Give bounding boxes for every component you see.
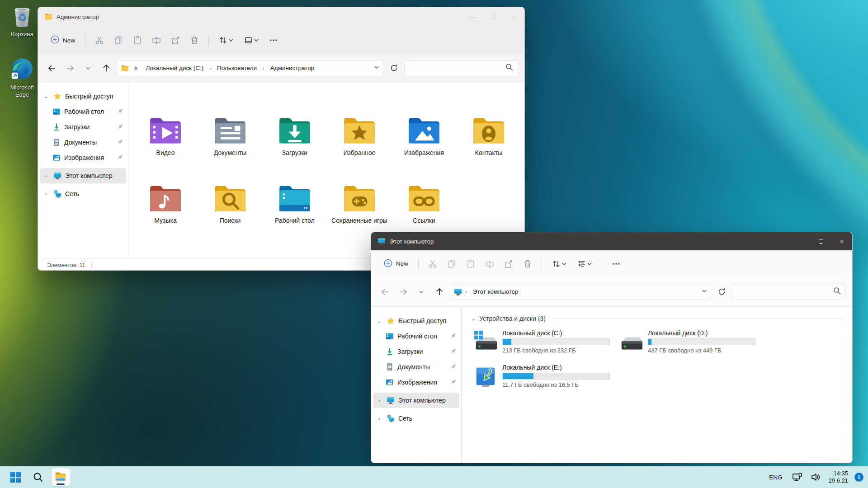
search-button[interactable]	[28, 467, 48, 487]
new-button[interactable]: New	[46, 33, 80, 48]
chevron-down-icon[interactable]: ⌄	[376, 318, 383, 324]
drive-free-space: 437 ГБ свободно из 449 ГБ	[648, 347, 755, 354]
running-app-indicator	[57, 483, 65, 485]
breadcrumb-overflow[interactable]: «	[132, 63, 141, 73]
sidebar-item-this-pc[interactable]: ›Этот компьютер	[373, 393, 459, 408]
rename-button[interactable]	[481, 256, 498, 272]
file-item[interactable]: Рабочий стол	[265, 179, 325, 247]
up-button[interactable]	[99, 61, 114, 75]
breadcrumb[interactable]: ›Этот компьютер	[450, 284, 711, 300]
file-item[interactable]: Избранное	[330, 111, 389, 179]
chevron-right-icon[interactable]: ›	[376, 398, 383, 403]
maximize-button[interactable]	[483, 7, 504, 26]
minimize-button[interactable]: —	[790, 232, 811, 250]
desktop-icon-edge[interactable]: Microsoft Edge	[3, 57, 42, 99]
file-item[interactable]: Изображения	[394, 111, 454, 179]
sidebar-item-desktop[interactable]: Рабочий стол	[373, 328, 459, 344]
view-button[interactable]	[573, 256, 596, 272]
clock-time: 14:35	[829, 470, 848, 477]
paste-button[interactable]	[462, 256, 479, 272]
search-input[interactable]	[409, 64, 505, 72]
breadcrumb-item[interactable]: Администратор	[268, 63, 317, 73]
new-button[interactable]: New	[379, 256, 413, 272]
file-item[interactable]: Музыка	[136, 179, 195, 247]
copy-button[interactable]	[443, 256, 460, 272]
forward-button[interactable]	[396, 285, 411, 299]
sidebar-item-network[interactable]: ›Сеть	[40, 186, 126, 202]
chevron-right-icon[interactable]: ›	[42, 173, 50, 178]
more-options-button[interactable]	[265, 33, 282, 48]
breadcrumb-item[interactable]: Локальный диск (C:)	[143, 63, 207, 73]
file-item[interactable]: Контакты	[459, 111, 519, 179]
sidebar-item-quick-access[interactable]: ⌄Быстрый доступ	[373, 313, 459, 328]
chevron-down-icon[interactable]: ⌄	[42, 94, 50, 99]
refresh-button[interactable]	[714, 285, 729, 299]
minimize-button[interactable]: —	[462, 7, 483, 26]
volume-icon[interactable]	[809, 470, 822, 484]
desktop-icon-recycle-bin[interactable]: ♻ Корзина	[3, 4, 42, 38]
address-dropdown-icon[interactable]	[374, 65, 379, 71]
forward-button[interactable]	[62, 61, 78, 75]
share-button[interactable]	[167, 33, 184, 48]
address-dropdown-icon[interactable]	[702, 288, 707, 295]
file-explorer-taskbar-button[interactable]	[51, 467, 71, 487]
more-options-button[interactable]	[608, 256, 625, 272]
maximize-button[interactable]	[811, 232, 831, 250]
sidebar-item-pictures[interactable]: Изображения	[40, 150, 126, 165]
close-button[interactable]: ×	[831, 232, 852, 250]
drive-item[interactable]: Локальный диск (D:)437 ГБ свободно из 44…	[617, 328, 763, 357]
network-icon[interactable]	[791, 470, 804, 484]
explorer-window-administrator: Администратор — × New	[38, 7, 525, 271]
window1-titlebar[interactable]: Администратор — ×	[38, 7, 524, 26]
cut-button[interactable]	[91, 33, 108, 48]
view-button[interactable]	[240, 33, 263, 48]
recent-locations-button[interactable]	[80, 61, 96, 75]
sidebar-item-network[interactable]: ›Сеть	[373, 411, 459, 426]
sidebar-item-documents[interactable]: Документы	[373, 359, 459, 375]
sort-button[interactable]	[547, 256, 571, 272]
window2-titlebar[interactable]: Этот компьютер — ×	[371, 232, 852, 250]
search-input[interactable]	[737, 288, 833, 296]
sidebar-item-downloads[interactable]: Загрузки	[373, 344, 459, 359]
breadcrumb[interactable]: «Локальный диск (C:)›Пользователи›Админи…	[117, 60, 383, 76]
sidebar-item-pictures[interactable]: Изображения	[373, 375, 459, 390]
desktop-folder-icon	[277, 179, 313, 215]
clock[interactable]: 14:35 29.6.21	[827, 470, 850, 484]
sidebar-item-documents[interactable]: Документы	[40, 135, 126, 150]
back-button[interactable]	[377, 285, 393, 299]
up-button[interactable]	[432, 285, 447, 299]
file-item-label: Избранное	[330, 149, 389, 157]
start-button[interactable]	[5, 467, 25, 487]
file-item-label: Сохраненные игры	[330, 216, 389, 225]
chevron-right-icon[interactable]: ›	[42, 191, 50, 197]
close-button[interactable]: ×	[504, 7, 524, 26]
back-button[interactable]	[44, 61, 60, 75]
notification-badge[interactable]: 1	[854, 473, 863, 482]
sidebar-item-quick-access[interactable]: ⌄Быстрый доступ	[40, 89, 126, 104]
file-item[interactable]: Документы	[200, 111, 260, 179]
rename-button[interactable]	[148, 33, 165, 48]
chevron-right-icon[interactable]: ›	[376, 416, 383, 421]
language-indicator[interactable]: ENG	[765, 472, 786, 483]
drive-item[interactable]: Локальный диск (E:)11,7 ГБ свободно из 1…	[472, 362, 617, 392]
drive-item[interactable]: Локальный диск (C:)213 ГБ свободно из 23…	[472, 328, 617, 357]
refresh-button[interactable]	[386, 61, 401, 75]
breadcrumb-item[interactable]: Пользователи	[214, 63, 259, 73]
cut-button[interactable]	[424, 256, 441, 272]
toolbar-separator	[602, 258, 602, 270]
breadcrumb-item[interactable]: Этот компьютер	[470, 287, 521, 296]
file-item[interactable]: Загрузки	[265, 111, 325, 179]
recent-locations-button[interactable]	[414, 285, 429, 299]
delete-button[interactable]	[186, 33, 203, 48]
file-item[interactable]: Видео	[136, 111, 195, 179]
sidebar-item-downloads[interactable]: Загрузки	[40, 119, 126, 135]
drives-group-header[interactable]: ⌄ Устройства и диски (3)	[472, 315, 844, 322]
sidebar-item-this-pc[interactable]: ›Этот компьютер	[40, 168, 126, 183]
sort-button[interactable]	[214, 33, 238, 48]
delete-button[interactable]	[519, 256, 536, 272]
file-item[interactable]: Поиски	[200, 179, 260, 247]
copy-button[interactable]	[110, 33, 127, 48]
sidebar-item-desktop[interactable]: Рабочий стол	[40, 104, 126, 119]
share-button[interactable]	[500, 256, 517, 272]
paste-button[interactable]	[129, 33, 146, 48]
